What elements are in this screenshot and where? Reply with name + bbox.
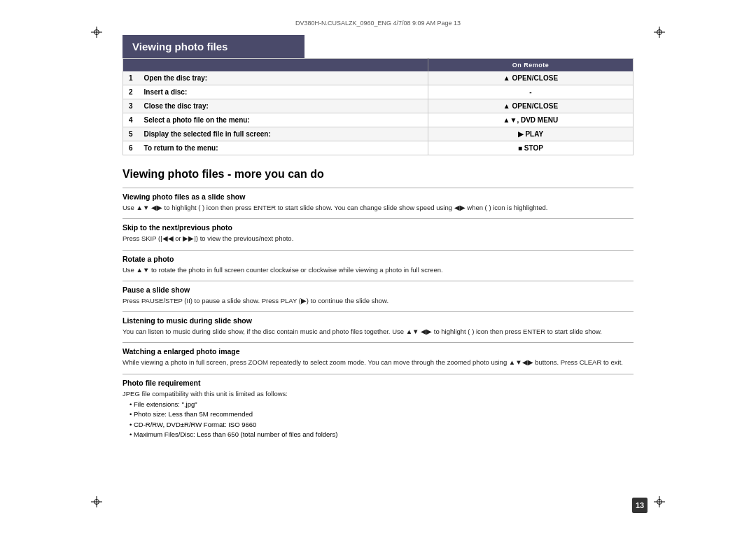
step-description: Insert a disc: bbox=[139, 85, 428, 99]
step-action: ▲ OPEN/CLOSE bbox=[428, 71, 633, 85]
step-action: ▶ PLAY bbox=[428, 127, 633, 141]
sub-section: Listening to music during slide showYou … bbox=[122, 311, 634, 336]
step-action: ▲ OPEN/CLOSE bbox=[428, 99, 633, 113]
step-action: ■ STOP bbox=[428, 141, 633, 155]
section-divider bbox=[122, 218, 634, 219]
list-item: CD-R/RW, DVD±R/RW Format: ISO 9660 bbox=[130, 420, 634, 430]
list-item: Maximum Files/Disc: Less than 650 (total… bbox=[130, 430, 634, 440]
table-row: 1Open the disc tray:▲ OPEN/CLOSE bbox=[123, 71, 634, 85]
step-description: Close the disc tray: bbox=[139, 99, 428, 113]
step-description: Select a photo file on the menu: bbox=[139, 113, 428, 127]
steps-table: On Remote 1Open the disc tray:▲ OPEN/CLO… bbox=[122, 58, 634, 155]
step-number: 5 bbox=[123, 127, 139, 141]
step-number: 1 bbox=[123, 71, 139, 85]
header-text: DV380H-N.CUSALZK_0960_ENG 4/7/08 9:09 AM… bbox=[112, 20, 644, 27]
section-title: Viewing photo files - more you can do bbox=[122, 168, 634, 181]
table-row: 4Select a photo file on the menu:▲▼, DVD… bbox=[123, 113, 634, 127]
section-divider bbox=[122, 250, 634, 251]
sub-section-content: While viewing a photo in full screen, pr… bbox=[122, 358, 634, 367]
sub-section-content: You can listen to music during slide sho… bbox=[122, 327, 634, 336]
step-number: 4 bbox=[123, 113, 139, 127]
sub-section-content: Press SKIP (|◀◀ or ▶▶|) to view the prev… bbox=[122, 234, 634, 243]
sub-section-title: Viewing photo files as a slide show bbox=[122, 192, 634, 201]
step-number: 3 bbox=[123, 99, 139, 113]
list-item: Photo size: Less than 5M recommended bbox=[130, 409, 634, 419]
step-action: ▲▼, DVD MENU bbox=[428, 113, 633, 127]
section-divider bbox=[122, 311, 634, 312]
sub-section-title: Skip to the next/previous photo bbox=[122, 223, 634, 232]
page-title: Viewing photo files bbox=[122, 35, 304, 58]
sub-section: Viewing photo files as a slide showUse ▲… bbox=[122, 188, 634, 212]
list-item: File extensions: ".jpg" bbox=[130, 400, 634, 409]
page-container: DV380H-N.CUSALZK_0960_ENG 4/7/08 9:09 AM… bbox=[0, 0, 756, 534]
sub-section: Rotate a photoUse ▲▼ to rotate the photo… bbox=[122, 250, 634, 274]
table-row: 2Insert a disc:- bbox=[123, 85, 634, 99]
sub-section-content: JPEG file compatibility with this unit i… bbox=[122, 389, 634, 398]
sub-section: Watching a enlarged photo imageWhile vie… bbox=[122, 342, 634, 367]
table-row: 6To return to the menu:■ STOP bbox=[123, 141, 634, 155]
section-divider bbox=[122, 281, 634, 281]
step-description: To return to the menu: bbox=[139, 141, 428, 155]
section-divider bbox=[122, 188, 634, 188]
sub-section-content: Use ▲▼ ◀▶ to highlight ( ) icon then pre… bbox=[122, 203, 634, 212]
sub-section: Skip to the next/previous photoPress SKI… bbox=[122, 218, 634, 243]
table-col2-header: On Remote bbox=[428, 59, 633, 72]
table-row: 5Display the selected file in full scree… bbox=[123, 127, 634, 141]
table-col1-header bbox=[123, 59, 428, 72]
sub-section-title: Watching a enlarged photo image bbox=[122, 347, 634, 356]
main-content: Viewing photo files On Remote 1Open the … bbox=[122, 35, 634, 499]
table-row: 3Close the disc tray:▲ OPEN/CLOSE bbox=[123, 99, 634, 113]
sub-section-title: Listening to music during slide show bbox=[122, 316, 634, 325]
sub-section-content: Use ▲▼ to rotate the photo in full scree… bbox=[122, 265, 634, 274]
step-description: Display the selected file in full screen… bbox=[139, 127, 428, 141]
step-number: 6 bbox=[123, 141, 139, 155]
step-action: - bbox=[428, 85, 633, 99]
sub-section-content: Press PAUSE/STEP (II) to pause a slide s… bbox=[122, 296, 634, 305]
page-number: 13 bbox=[632, 498, 648, 513]
sub-section-title: Photo file requirement bbox=[122, 379, 634, 387]
section-divider bbox=[122, 374, 634, 374]
section-divider bbox=[122, 342, 634, 343]
sub-section-title: Rotate a photo bbox=[122, 255, 634, 263]
sub-section: Photo file requirementJPEG file compatib… bbox=[122, 374, 634, 440]
sub-section: Pause a slide showPress PAUSE/STEP (II) … bbox=[122, 281, 634, 305]
crosshair-bottom-left bbox=[91, 496, 102, 507]
step-description: Open the disc tray: bbox=[139, 71, 428, 85]
crosshair-top-left bbox=[91, 27, 102, 38]
step-number: 2 bbox=[123, 85, 139, 99]
subsections-container: Viewing photo files as a slide showUse ▲… bbox=[122, 188, 634, 440]
crosshair-top-right bbox=[654, 27, 665, 38]
crosshair-bottom-right bbox=[654, 496, 665, 507]
sub-section-title: Pause a slide show bbox=[122, 286, 634, 294]
bullet-list: File extensions: ".jpg"Photo size: Less … bbox=[130, 400, 634, 440]
